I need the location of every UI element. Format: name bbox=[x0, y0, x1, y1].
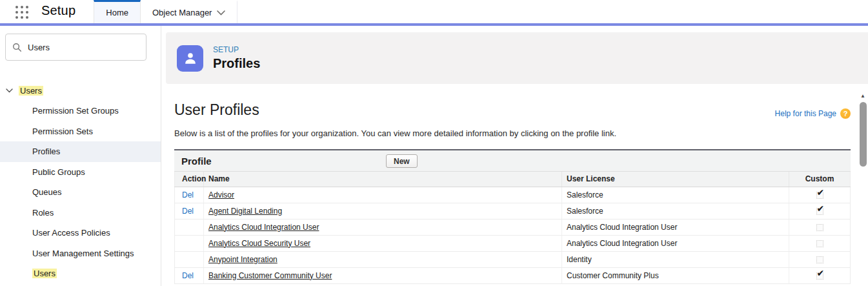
name-cell: Analytics Cloud Integration User bbox=[204, 219, 562, 235]
action-cell: Del bbox=[175, 267, 204, 283]
action-cell bbox=[175, 219, 204, 235]
tab-home-label: Home bbox=[106, 8, 128, 17]
profile-name-link[interactable]: Agent Digital Lending bbox=[208, 207, 282, 216]
search-input[interactable] bbox=[28, 43, 125, 52]
column-header-custom: Custom bbox=[789, 172, 851, 187]
tab-object-manager[interactable]: Object Manager bbox=[141, 0, 238, 23]
app-launcher-icon[interactable] bbox=[14, 4, 31, 23]
action-cell bbox=[175, 235, 204, 251]
table-row: DelAgent Digital LendingSalesforce✔ bbox=[175, 203, 851, 219]
custom-cell: ✔ bbox=[789, 203, 851, 219]
profile-name-link[interactable]: Analytics Cloud Security User bbox=[208, 239, 310, 248]
sidebar-item-label: Permission Sets bbox=[32, 127, 93, 136]
custom-cell bbox=[789, 219, 851, 235]
tab-home[interactable]: Home bbox=[94, 0, 141, 23]
custom-checkbox-unchecked bbox=[816, 240, 823, 247]
sidebar-item-user-access-policies[interactable]: User Access Policies bbox=[0, 223, 161, 243]
sidebar-item-queues[interactable]: Queues bbox=[0, 182, 161, 203]
sidebar-item-label: Public Groups bbox=[32, 167, 85, 177]
shell: Users Permission Set GroupsPermission Se… bbox=[0, 26, 868, 286]
page-title: User Profiles bbox=[174, 101, 259, 119]
sidebar-item-permission-sets[interactable]: Permission Sets bbox=[0, 121, 161, 142]
salesforce-setup-app: Setup Home Object Manager bbox=[0, 0, 868, 286]
sidebar-tree-items: Permission Set GroupsPermission SetsProf… bbox=[0, 101, 161, 284]
user-icon bbox=[182, 50, 199, 66]
page-header: SETUP Profiles bbox=[166, 32, 868, 84]
action-cell: Del bbox=[175, 187, 204, 203]
custom-checkbox-checked: ✔ bbox=[816, 208, 823, 215]
table-row: Anypoint IntegrationIdentity bbox=[175, 251, 851, 267]
table-row: Analytics Cloud Integration UserAnalytic… bbox=[175, 219, 851, 235]
tab-object-manager-label: Object Manager bbox=[152, 8, 212, 17]
delete-link[interactable]: Del bbox=[182, 271, 194, 280]
user-license-cell: Customer Community Plus bbox=[562, 267, 789, 283]
page-description: Below is a list of the profiles for your… bbox=[174, 128, 851, 138]
profile-name-link[interactable]: Analytics Cloud Integration User bbox=[208, 223, 319, 232]
custom-checkbox-unchecked bbox=[816, 224, 823, 231]
name-cell: Agent Digital Lending bbox=[204, 203, 562, 219]
custom-checkbox-unchecked bbox=[816, 256, 823, 263]
profiles-avatar-icon bbox=[177, 45, 203, 72]
check-icon: ✔ bbox=[817, 269, 825, 278]
scrollbar-thumb[interactable] bbox=[860, 102, 867, 167]
setup-logo: Setup bbox=[41, 3, 76, 23]
name-cell: Analytics Cloud Security User bbox=[204, 235, 562, 251]
user-license-cell: Identity bbox=[562, 251, 789, 267]
name-cell: Banking Customer Community User bbox=[204, 267, 562, 283]
custom-checkbox-checked: ✔ bbox=[816, 192, 823, 199]
check-icon: ✔ bbox=[817, 204, 825, 213]
column-header-user-license: User License bbox=[562, 172, 789, 187]
sidebar-item-label: Queues bbox=[32, 187, 62, 197]
header-row: Action Name User License Custom bbox=[175, 172, 851, 187]
sidebar-item-profiles[interactable]: Profiles bbox=[0, 141, 161, 162]
sidebar-item-label: Users bbox=[19, 86, 43, 96]
table-row: DelAdvisorSalesforce✔ bbox=[175, 187, 851, 203]
column-header-action: Action bbox=[175, 172, 204, 187]
sidebar-item-roles[interactable]: Roles bbox=[0, 203, 161, 223]
chevron-down-icon bbox=[217, 10, 225, 15]
sidebar-item-public-groups[interactable]: Public Groups bbox=[0, 162, 161, 183]
name-cell: Anypoint Integration bbox=[204, 251, 562, 267]
sidebar-item-label: Users bbox=[32, 269, 57, 278]
profiles-table-head: Action Name User License Custom bbox=[175, 172, 851, 187]
section-title: Profile bbox=[174, 156, 212, 167]
search-icon bbox=[12, 43, 22, 52]
profile-name-link[interactable]: Banking Customer Community User bbox=[208, 271, 332, 280]
vertical-scrollbar[interactable]: ▲ bbox=[858, 92, 868, 286]
custom-cell bbox=[789, 235, 851, 251]
custom-cell: ✔ bbox=[789, 187, 851, 203]
help-icon[interactable]: ? bbox=[840, 108, 851, 119]
chevron-down-icon bbox=[6, 88, 13, 93]
main-content: SETUP Profiles User Profiles Help for th… bbox=[161, 26, 868, 286]
user-license-cell: Salesforce bbox=[562, 203, 789, 219]
quick-find-search[interactable] bbox=[5, 34, 146, 61]
custom-cell bbox=[789, 251, 851, 267]
sidebar-item-label: User Management Settings bbox=[32, 249, 134, 258]
profile-name-link[interactable]: Anypoint Integration bbox=[208, 255, 278, 264]
help-link-text[interactable]: Help for this Page bbox=[775, 109, 836, 118]
action-cell bbox=[175, 251, 204, 267]
profiles-table: Action Name User License Custom DelAdvis… bbox=[174, 172, 851, 284]
new-profile-button[interactable]: New bbox=[386, 154, 418, 168]
sidebar-item-user-management-settings[interactable]: User Management Settings bbox=[0, 243, 161, 264]
sidebar-item-users-root[interactable]: Users bbox=[0, 80, 161, 101]
delete-link[interactable]: Del bbox=[182, 207, 194, 216]
user-license-cell: Analytics Cloud Integration User bbox=[562, 219, 789, 235]
content-area: User Profiles Help for this Page ? Below… bbox=[161, 101, 868, 284]
sidebar-item-permission-set-groups[interactable]: Permission Set Groups bbox=[0, 101, 161, 121]
help-link[interactable]: Help for this Page ? bbox=[775, 108, 851, 119]
user-license-cell: Salesforce bbox=[562, 187, 789, 203]
page-header-title: Profiles bbox=[213, 56, 260, 71]
top-navigation-bar: Setup Home Object Manager bbox=[0, 0, 868, 23]
sidebar-tree: Users Permission Set GroupsPermission Se… bbox=[0, 80, 161, 284]
sidebar-item-users[interactable]: Users bbox=[0, 263, 161, 284]
setup-sidebar: Users Permission Set GroupsPermission Se… bbox=[0, 26, 161, 286]
scroll-up-arrow-icon[interactable]: ▲ bbox=[860, 92, 865, 100]
profile-table-body: DelAdvisorSalesforce✔DelAgent Digital Le… bbox=[175, 187, 851, 283]
check-icon: ✔ bbox=[817, 188, 825, 197]
sidebar-item-label: Roles bbox=[32, 208, 54, 218]
delete-link[interactable]: Del bbox=[182, 190, 194, 199]
profile-section-header: Profile New bbox=[174, 150, 851, 172]
profile-name-link[interactable]: Advisor bbox=[208, 190, 234, 199]
user-license-cell: Analytics Cloud Integration User bbox=[562, 235, 789, 251]
